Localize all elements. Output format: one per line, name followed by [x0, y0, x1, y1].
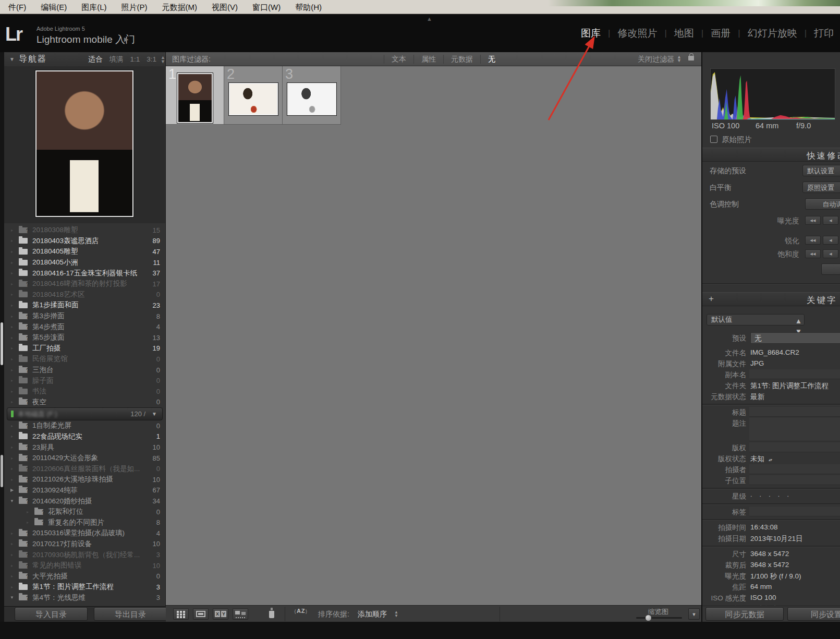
scrollbar-thumb[interactable]	[1, 455, 3, 487]
disclosure-arrow-icon[interactable]	[8, 531, 16, 536]
white-balance-select[interactable]: 原照设置	[802, 182, 840, 193]
disclosure-arrow-icon[interactable]	[8, 563, 16, 568]
sort-spinner-icon[interactable]: ▲▼	[394, 610, 398, 618]
painter-spray-can-icon[interactable]	[269, 608, 274, 618]
photo-thumbnail[interactable]	[287, 83, 336, 115]
folder-row[interactable]: 第1节：图片调整工作流程 3	[4, 582, 165, 593]
volume-dropdown-icon[interactable]: ▼	[145, 411, 162, 417]
folder-row[interactable]: 书法 0	[4, 386, 165, 397]
metadata-value[interactable]	[749, 475, 840, 485]
disclosure-arrow-icon[interactable]	[8, 292, 16, 297]
disclosure-arrow-icon[interactable]	[8, 378, 16, 383]
folder-row[interactable]: 花絮和灯位 0	[4, 507, 165, 517]
disclosure-arrow-icon[interactable]	[8, 271, 16, 275]
original-photo-checkbox[interactable]	[710, 136, 717, 143]
sort-direction-icon[interactable]: ⟨AZ⟩	[294, 608, 308, 614]
compare-view-button[interactable]: XY	[213, 608, 228, 620]
metadata-value[interactable]	[749, 464, 840, 474]
filter-tab[interactable]: 元数据	[443, 55, 480, 64]
sync-metadata-button[interactable]: 同步元数据	[705, 607, 784, 621]
disclosure-arrow-icon[interactable]	[8, 282, 16, 286]
panel-disclosure-icon[interactable]: ▼	[9, 56, 15, 62]
menu-item[interactable]: 视图(V)	[204, 0, 245, 14]
grid-cell[interactable]: 1	[166, 66, 224, 125]
folder-row[interactable]: 23厨具 10	[4, 442, 165, 453]
toolbar-options-dropdown[interactable]: ▼	[688, 608, 700, 620]
zoom-option[interactable]: 1:1	[130, 55, 140, 63]
sort-by-value[interactable]: 添加顺序	[358, 610, 387, 619]
zoom-spinner-icon[interactable]: ▲▼	[161, 55, 165, 64]
menu-item[interactable]: 元数据(M)	[155, 0, 205, 14]
metadata-value[interactable]	[749, 418, 840, 441]
grid-cell[interactable]: 3	[283, 66, 341, 125]
zoom-option[interactable]: 适合	[89, 55, 103, 64]
disclosure-arrow-icon[interactable]	[8, 228, 16, 233]
folder-row[interactable]: 20180405小洲 11	[4, 257, 165, 268]
folder-row[interactable]: 1自制柔光屏 0	[4, 420, 165, 431]
auto-tone-button[interactable]: 自动调整色调	[805, 198, 840, 210]
stepper-button[interactable]: ◀◀	[805, 249, 821, 258]
metadata-value[interactable]: JPG	[750, 359, 764, 367]
metadata-value[interactable]: ISO 100	[750, 594, 776, 601]
folder-row[interactable]: 20170217灯前设备 10	[4, 539, 165, 550]
lock-icon[interactable]	[688, 56, 694, 61]
metadata-value[interactable]: 第1节: 图片调整工作流程	[750, 381, 829, 391]
grid-cell[interactable]: 2	[224, 66, 283, 125]
filter-tab[interactable]: 属性	[413, 55, 443, 64]
filter-tab[interactable]: 无	[480, 55, 503, 64]
filter-spinner-icon[interactable]: ▲▼	[677, 55, 681, 63]
module-tab[interactable]: 修改照片	[610, 27, 664, 40]
stepper-button[interactable]: ◀◀	[805, 216, 821, 225]
keyword-set-dropdown[interactable]: 默认值 ▲▼	[707, 314, 805, 325]
module-tab[interactable]: 地图	[667, 27, 701, 40]
disclosure-arrow-icon[interactable]	[8, 488, 16, 492]
folder-row[interactable]: 第4节：光线思维 3	[4, 593, 165, 604]
metadata-value[interactable]: 1/100 秒 (f / 9.0)	[750, 572, 801, 581]
menu-item[interactable]: 件(F)	[1, 0, 33, 14]
folder-row[interactable]: 工厂拍摄 19	[4, 343, 165, 354]
metadata-value[interactable]: 16:43:08	[750, 523, 778, 531]
disclosure-arrow-icon[interactable]	[8, 434, 16, 439]
disclosure-arrow-icon[interactable]	[8, 456, 16, 461]
metadata-value[interactable]: ∙∙∙∙∙	[750, 492, 796, 500]
metadata-value[interactable]: 3648 x 5472	[750, 561, 789, 569]
folder-row[interactable]: 三泡台 0	[4, 365, 165, 376]
folder-row[interactable]: 20140620婚纱拍摄 34	[4, 496, 165, 507]
menu-item[interactable]: 窗口(W)	[245, 0, 288, 14]
disclosure-arrow-icon[interactable]	[8, 499, 16, 503]
metadata-value[interactable]	[749, 369, 840, 379]
metadata-value[interactable]: 未知	[750, 454, 772, 464]
disclosure-arrow-icon[interactable]	[8, 314, 16, 319]
metadata-preset-select[interactable]: 无	[750, 332, 840, 344]
folder-row[interactable]: 20130924纯菲 67	[4, 485, 165, 496]
folder-row[interactable]: 20180308雕塑 15	[4, 225, 165, 236]
disclosure-arrow-icon[interactable]	[8, 574, 16, 578]
disclosure-arrow-icon[interactable]	[8, 595, 16, 600]
filter-tab[interactable]: 文本	[384, 55, 413, 64]
stepper-button[interactable]: ◀◀	[805, 236, 821, 245]
disclosure-arrow-icon[interactable]	[8, 238, 16, 243]
stepper-button[interactable]: ◀	[823, 216, 838, 225]
stepper-button[interactable]: ◀	[823, 249, 838, 258]
top-panel-reveal-icon[interactable]: ▲	[427, 16, 432, 22]
module-tab[interactable]: 幻灯片放映	[740, 27, 805, 40]
module-tab[interactable]: 图库	[574, 27, 608, 40]
grid-view-button[interactable]	[173, 608, 189, 620]
saved-preset-select[interactable]: 默认设置	[802, 165, 840, 176]
import-catalog-button[interactable]: 导入目录	[15, 607, 88, 621]
scrollbar-thumb[interactable]	[1, 322, 3, 365]
folder-row[interactable]: 20180416啤酒和茶的射灯投影 17	[4, 279, 165, 290]
loupe-view-button[interactable]	[193, 608, 209, 620]
metadata-value[interactable]: 64 mm	[750, 583, 772, 590]
disclosure-arrow-icon[interactable]	[8, 368, 16, 372]
disclosure-arrow-icon[interactable]	[24, 520, 31, 525]
sync-settings-button[interactable]: 同步设置	[787, 607, 840, 621]
disclosure-arrow-icon[interactable]	[8, 552, 16, 557]
zoom-option[interactable]: 3:1	[147, 55, 156, 63]
disclosure-arrow-icon[interactable]	[8, 424, 16, 428]
quick-develop-header[interactable]: 快速修改照片	[702, 148, 840, 162]
folder-row[interactable]: 20110429大运会形象 85	[4, 453, 165, 464]
disclosure-arrow-icon[interactable]	[8, 357, 16, 361]
navigator-preview-image[interactable]	[35, 70, 133, 217]
folder-row[interactable]: 夜空 0	[4, 397, 165, 408]
